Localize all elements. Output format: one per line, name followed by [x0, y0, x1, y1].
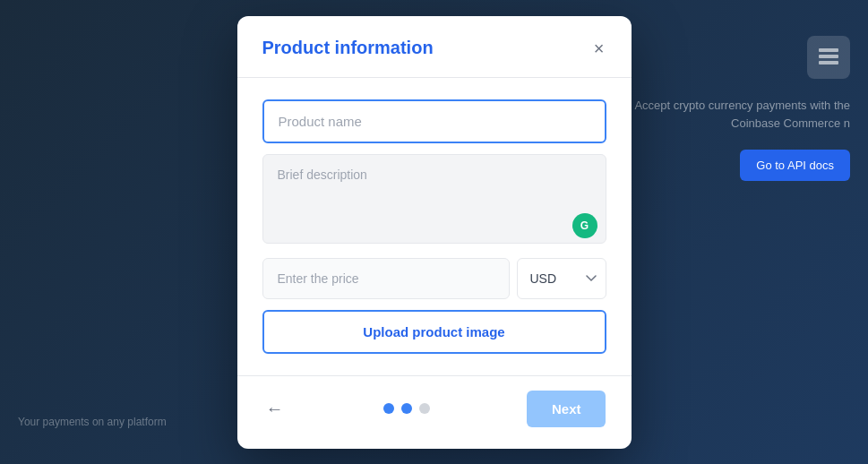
- description-textarea[interactable]: [262, 154, 606, 244]
- modal-overlay: Product information × G USD EUR GBP BTC …: [0, 0, 868, 464]
- product-name-input[interactable]: [262, 99, 606, 143]
- close-button[interactable]: ×: [592, 38, 606, 59]
- modal-title: Product information: [262, 38, 434, 58]
- upload-image-button[interactable]: Upload product image: [262, 310, 606, 354]
- modal-body: G USD EUR GBP BTC ETH Upload product ima…: [237, 78, 632, 375]
- dot-1: [383, 403, 394, 414]
- modal-header: Product information ×: [237, 16, 632, 78]
- dot-3: [419, 403, 430, 414]
- modal-footer: ← Next: [237, 375, 632, 449]
- back-button[interactable]: ←: [262, 395, 288, 423]
- price-row: USD EUR GBP BTC ETH: [262, 258, 606, 299]
- grammarly-icon: G: [572, 213, 597, 238]
- description-wrapper: G: [262, 154, 606, 247]
- next-button[interactable]: Next: [527, 391, 606, 427]
- product-info-modal: Product information × G USD EUR GBP BTC …: [237, 16, 632, 449]
- price-input[interactable]: [262, 258, 510, 299]
- pagination-dots: [383, 403, 430, 414]
- currency-select[interactable]: USD EUR GBP BTC ETH: [517, 258, 606, 299]
- dot-2: [401, 403, 412, 414]
